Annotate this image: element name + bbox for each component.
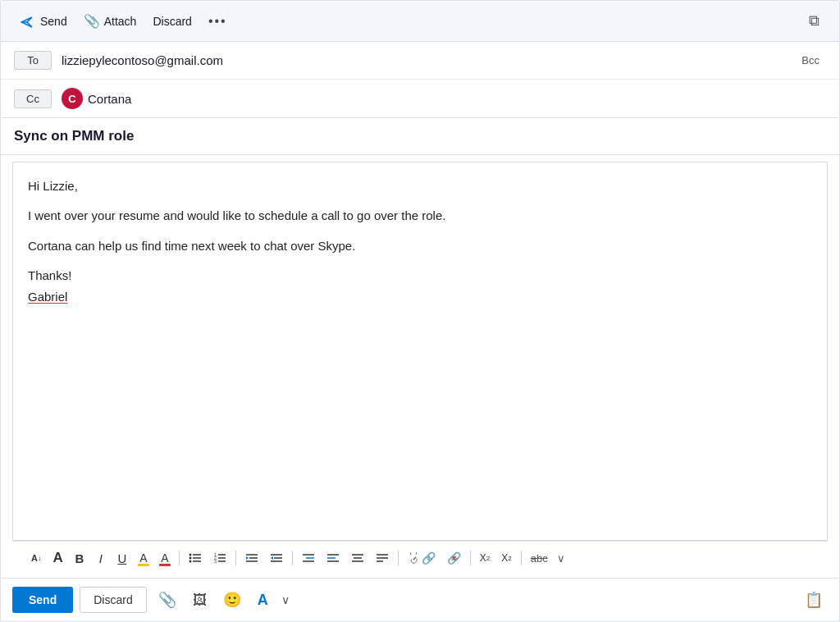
highlight-btn[interactable]: A xyxy=(135,549,153,567)
font-color-btn[interactable]: A xyxy=(156,549,174,567)
font-size-increase-btn[interactable]: A xyxy=(49,547,67,569)
bold-btn[interactable]: B xyxy=(71,549,89,568)
emoji-button[interactable]: 🙂 xyxy=(218,588,246,612)
strikethrough-btn[interactable]: abc xyxy=(527,550,552,567)
svg-point-5 xyxy=(189,560,191,563)
send-icon xyxy=(21,14,36,28)
svg-point-1 xyxy=(189,554,191,556)
body-signature: Gabriel xyxy=(28,290,67,304)
superscript-btn[interactable]: X2 xyxy=(476,550,494,566)
font-size-decrease-btn[interactable]: A↓ xyxy=(27,551,46,565)
unlink-btn[interactable]: 🔗✕ xyxy=(443,549,465,567)
align-right-btn[interactable] xyxy=(298,550,319,566)
numbered-list-btn[interactable]: 1.2.3. xyxy=(209,550,231,566)
underline-btn[interactable]: U xyxy=(113,549,131,568)
insert-image-button[interactable]: 🖼 xyxy=(188,588,212,612)
italic-btn[interactable]: I xyxy=(92,549,110,568)
link-btn[interactable]: 🔗 xyxy=(404,549,440,567)
justify-btn[interactable] xyxy=(372,550,393,566)
emoji-icon: 🙂 xyxy=(223,592,241,608)
svg-point-3 xyxy=(189,557,191,560)
separator-5 xyxy=(470,551,471,565)
separator-3 xyxy=(292,551,293,565)
body-line1: Hi Lizzie, xyxy=(28,176,812,197)
format-more-btn[interactable]: ∨ xyxy=(555,549,567,568)
attach-label: Attach xyxy=(104,15,137,28)
body-line2: I went over your resume and would like t… xyxy=(28,205,812,226)
discard-label: Discard xyxy=(153,15,191,28)
to-value: lizziepylecontoso@gmail.com xyxy=(62,53,795,67)
subject-row: Sync on PMM role xyxy=(1,118,839,155)
svg-marker-16 xyxy=(246,556,249,560)
svg-marker-20 xyxy=(271,556,273,560)
send-bottom-label: Send xyxy=(29,593,57,606)
bullet-list-btn[interactable] xyxy=(185,550,206,566)
more-button-top[interactable]: ••• xyxy=(202,11,234,32)
top-toolbar: Send 📎 Attach Discard ••• ⧉ xyxy=(1,1,839,42)
restore-window-button[interactable]: ⧉ xyxy=(802,9,826,33)
align-left-btn[interactable] xyxy=(322,550,344,566)
increase-indent-btn[interactable] xyxy=(266,550,287,566)
bcc-button[interactable]: Bcc xyxy=(795,52,826,69)
bottom-toolbar: Send Discard 📎 🖼 🙂 A ∨ 📋 xyxy=(1,578,839,621)
body-area[interactable]: Hi Lizzie, I went over your resume and w… xyxy=(12,162,828,541)
insert-image-icon: 🖼 xyxy=(193,592,207,608)
font-button[interactable]: A xyxy=(253,588,273,612)
to-row: To lizziepylecontoso@gmail.com Bcc xyxy=(1,42,839,80)
attach-icon: 📎 xyxy=(84,13,100,29)
subscript-btn[interactable]: X2 xyxy=(497,550,515,566)
attach-button-top[interactable]: 📎 Attach xyxy=(77,10,147,32)
attach-file-icon: 📎 xyxy=(158,592,176,608)
bottom-more-btn[interactable]: ∨ xyxy=(280,590,291,610)
separator-2 xyxy=(235,551,236,565)
cc-label-button[interactable]: Cc xyxy=(14,89,52,108)
body-line3: Cortana can help us find time next week … xyxy=(28,236,812,257)
separator-6 xyxy=(521,551,522,565)
discard-button-top[interactable]: Discard xyxy=(146,11,201,31)
draft-icon-btn[interactable]: 📋 xyxy=(800,588,828,612)
fields-section: To lizziepylecontoso@gmail.com Bcc Cc C … xyxy=(1,42,839,118)
discard-button-bottom[interactable]: Discard xyxy=(80,587,146,613)
send-button-bottom[interactable]: Send xyxy=(12,587,73,613)
decrease-indent-btn[interactable] xyxy=(241,550,262,566)
send-button-top[interactable]: Send xyxy=(14,11,77,31)
cc-chip: C Cortana xyxy=(62,88,131,109)
svg-text:3.: 3. xyxy=(214,559,217,564)
body-line4: Thanks! Gabriel xyxy=(28,265,812,309)
send-top-label: Send xyxy=(40,15,67,28)
draft-icon: 📋 xyxy=(805,592,823,608)
to-label-button[interactable]: To xyxy=(14,51,52,70)
avatar: C xyxy=(62,88,83,109)
subject-text: Sync on PMM role xyxy=(14,128,134,144)
cc-row: Cc C Cortana xyxy=(1,80,839,117)
cc-contact-name: Cortana xyxy=(88,92,131,106)
font-icon: A xyxy=(258,592,268,608)
format-toolbar: A↓ A B I U A A 1.2.3. xyxy=(12,541,828,574)
attach-file-button[interactable]: 📎 xyxy=(153,588,181,612)
compose-window: Send 📎 Attach Discard ••• ⧉ To lizziepyl… xyxy=(0,0,840,622)
discard-bottom-label: Discard xyxy=(94,593,132,606)
body-text: Hi Lizzie, I went over your resume and w… xyxy=(28,176,812,308)
separator-1 xyxy=(179,551,180,565)
separator-4 xyxy=(398,551,399,565)
align-center-btn[interactable] xyxy=(347,550,368,566)
restore-icon: ⧉ xyxy=(809,12,819,29)
